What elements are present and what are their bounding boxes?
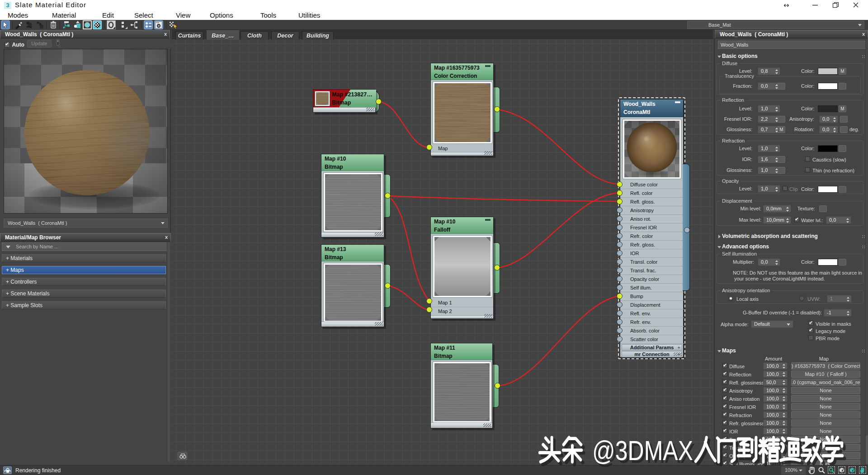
svg-text:@3DMAX: @3DMAX — [592, 435, 693, 466]
